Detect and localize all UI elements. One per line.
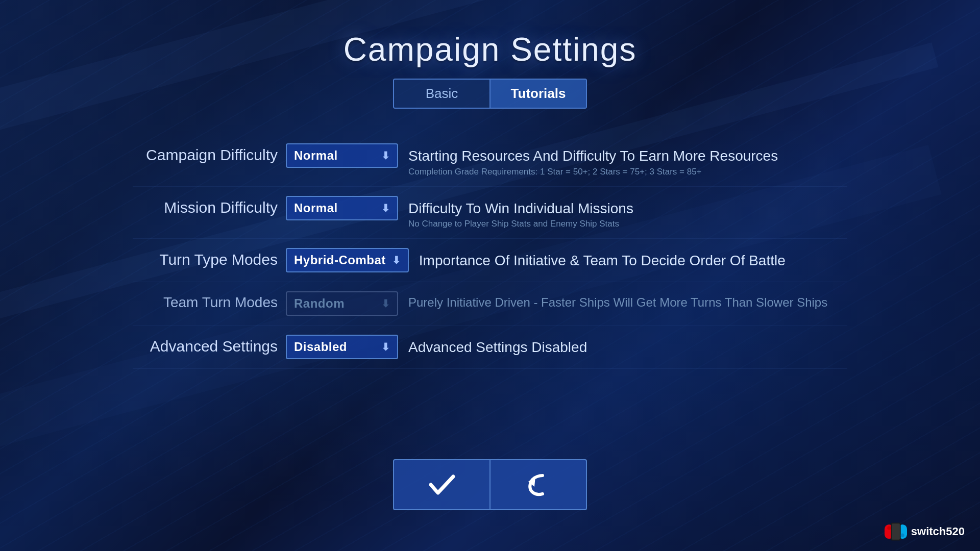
campaign-difficulty-arrow: ⬇ (381, 149, 390, 162)
setting-row-team-turn-modes: Team Turn Modes Random ⬇ Purely Initiati… (133, 282, 847, 325)
mission-difficulty-desc-sub: No Change to Player Ship Stats and Enemy… (408, 219, 847, 229)
advanced-settings-desc: Advanced Settings Disabled (408, 335, 847, 356)
tab-tutorials[interactable]: Tutorials (491, 80, 586, 108)
turn-type-modes-dropdown[interactable]: Hybrid-Combat ⬇ (286, 248, 409, 272)
setting-row-campaign-difficulty: Campaign Difficulty Normal ⬇ Starting Re… (133, 134, 847, 187)
team-turn-modes-dropdown[interactable]: Random ⬇ (286, 291, 398, 316)
turn-type-modes-desc-main: Importance Of Initiative & Team To Decid… (419, 252, 847, 269)
campaign-difficulty-desc: Starting Resources And Difficulty To Ear… (408, 143, 847, 177)
turn-type-modes-desc: Importance Of Initiative & Team To Decid… (419, 248, 847, 269)
turn-type-modes-label: Turn Type Modes (133, 248, 286, 268)
mission-difficulty-desc-main: Difficulty To Win Individual Missions (408, 200, 847, 217)
advanced-settings-desc-main: Advanced Settings Disabled (408, 339, 847, 356)
team-turn-modes-desc-main: Purely Initiative Driven - Faster Ships … (408, 295, 847, 310)
mission-difficulty-label: Mission Difficulty (133, 196, 286, 216)
mission-difficulty-arrow: ⬇ (381, 202, 390, 214)
mission-difficulty-value: Normal (294, 201, 375, 215)
advanced-settings-label: Advanced Settings (133, 335, 286, 355)
turn-type-modes-value: Hybrid-Combat (294, 253, 386, 267)
turn-type-modes-arrow: ⬇ (392, 254, 401, 266)
team-turn-modes-value: Random (294, 296, 375, 311)
advanced-settings-arrow: ⬇ (381, 341, 390, 353)
tab-bar: Basic Tutorials (393, 79, 587, 109)
advanced-settings-value: Disabled (294, 340, 375, 354)
campaign-difficulty-dropdown[interactable]: Normal ⬇ (286, 143, 398, 168)
settings-area: Campaign Difficulty Normal ⬇ Starting Re… (133, 134, 847, 369)
mission-difficulty-dropdown[interactable]: Normal ⬇ (286, 196, 398, 220)
campaign-difficulty-label: Campaign Difficulty (133, 143, 286, 164)
mission-difficulty-desc: Difficulty To Win Individual Missions No… (408, 196, 847, 230)
page-title: Campaign Settings (344, 31, 637, 68)
team-turn-modes-label: Team Turn Modes (133, 291, 286, 311)
campaign-difficulty-value: Normal (294, 148, 375, 163)
team-turn-modes-arrow: ⬇ (381, 297, 390, 310)
tab-basic[interactable]: Basic (394, 80, 489, 108)
team-turn-modes-desc: Purely Initiative Driven - Faster Ships … (408, 291, 847, 310)
campaign-difficulty-desc-main: Starting Resources And Difficulty To Ear… (408, 147, 847, 165)
setting-row-turn-type-modes: Turn Type Modes Hybrid-Combat ⬇ Importan… (133, 239, 847, 282)
advanced-settings-dropdown[interactable]: Disabled ⬇ (286, 335, 398, 359)
setting-row-advanced-settings: Advanced Settings Disabled ⬇ Advanced Se… (133, 325, 847, 369)
setting-row-mission-difficulty: Mission Difficulty Normal ⬇ Difficulty T… (133, 187, 847, 239)
campaign-difficulty-desc-sub: Completion Grade Requirements: 1 Star = … (408, 167, 847, 177)
